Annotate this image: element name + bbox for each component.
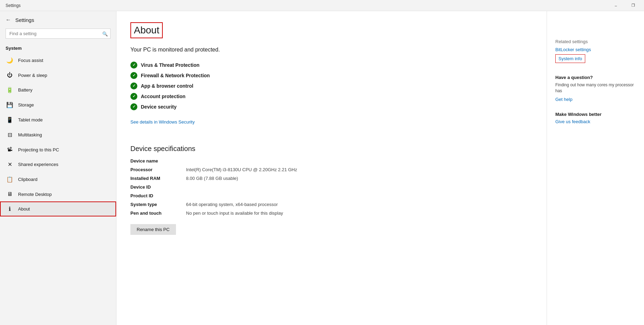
protection-item-firewall: ✓ Firewall & Network Protection [130,70,533,81]
main-content: About Your PC is monitored and protected… [116,11,547,325]
protection-item-account: ✓ Account protection [130,91,533,102]
storage-icon: 💾 [6,102,13,108]
sidebar-item-label: Multitasking [18,132,42,137]
feedback-link[interactable]: Give us feedback [555,119,636,124]
focus-assist-icon: 🌙 [6,57,13,64]
sidebar-item-label: Clipboard [18,177,38,182]
spec-label-device-id: Device ID [130,184,186,190]
sidebar-item-multitasking[interactable]: ⊟ Multitasking [0,127,116,142]
system-info-link[interactable]: System info [555,54,585,63]
sidebar-item-label: Tablet mode [18,117,43,122]
protection-item-label: App & browser control [141,83,193,89]
check-icon-browser: ✓ [130,82,137,89]
battery-icon: 🔋 [6,87,13,93]
spec-value-product-id [186,193,533,198]
search-input[interactable] [6,29,111,39]
window-controls: – ❐ [608,0,641,11]
check-icon-device-security: ✓ [130,103,137,110]
sidebar-top: ← Settings [0,11,116,26]
about-icon: ℹ [6,206,13,212]
power-sleep-icon: ⏻ [6,72,13,78]
protection-status-text: Your PC is monitored and protected. [130,47,533,53]
spec-value-device-name [186,158,533,164]
minimize-button[interactable]: – [608,0,624,11]
protection-item-label: Virus & Threat Protection [141,62,200,68]
make-windows-section: Make Windows better Give us feedback [555,112,636,124]
spec-label-system-type: System type [130,202,186,207]
sidebar-item-shared-experiences[interactable]: ✕ Shared experiences [0,157,116,172]
sidebar-item-projecting[interactable]: 📽 Projecting to this PC [0,142,116,157]
related-settings-heading: Related settings [555,39,636,44]
windows-security-link[interactable]: See details in Windows Security [130,119,195,125]
sidebar-item-clipboard[interactable]: 📋 Clipboard [0,172,116,187]
specs-table: Device name Processor Intel(R) Core(TM) … [130,158,533,216]
rename-pc-button[interactable]: Rename this PC [130,224,176,235]
sidebar-section-label: System [0,41,116,53]
protection-item-virus: ✓ Virus & Threat Protection [130,60,533,70]
sidebar-item-label: Battery [18,87,32,93]
get-help-link[interactable]: Get help [555,97,636,102]
sidebar-item-label: Power & sleep [18,73,47,78]
sidebar-item-power-sleep[interactable]: ⏻ Power & sleep [0,68,116,82]
protection-list: ✓ Virus & Threat Protection ✓ Firewall &… [130,60,533,112]
spec-label-ram: Installed RAM [130,176,186,181]
shared-experiences-icon: ✕ [6,161,13,168]
sidebar-item-remote-desktop[interactable]: 🖥 Remote Desktop [0,187,116,201]
sidebar-app-title: Settings [15,17,34,23]
have-question-heading: Have a question? [555,75,636,80]
check-icon-virus: ✓ [130,62,137,69]
protection-item-browser: ✓ App & browser control [130,81,533,91]
related-settings-section: Related settings BitLocker settings Syst… [555,39,636,65]
sidebar-item-label: Projecting to this PC [18,147,59,152]
restore-button[interactable]: ❐ [625,0,641,11]
sidebar: ← Settings 🔍 System 🌙 Focus assist ⏻ Pow… [0,11,116,325]
spec-value-processor: Intel(R) Core(TM) i3-8130U CPU @ 2.20GHz… [186,167,533,172]
sidebar-item-label: Focus assist [18,58,43,63]
back-button[interactable]: ← [6,17,11,23]
right-panel: Related settings BitLocker settings Syst… [547,11,644,325]
protection-item-label: Firewall & Network Protection [141,73,210,78]
app-body: ← Settings 🔍 System 🌙 Focus assist ⏻ Pow… [0,11,644,325]
sidebar-item-battery[interactable]: 🔋 Battery [0,82,116,97]
page-title: About [130,22,163,38]
sidebar-item-label: Shared experiences [18,162,58,167]
sidebar-item-label: Remote Desktop [18,192,52,197]
device-specs-title: Device specifications [130,145,533,153]
have-question-section: Have a question? Finding out how many co… [555,75,636,102]
sidebar-item-label: About [18,206,30,212]
check-icon-firewall: ✓ [130,72,137,79]
sidebar-item-storage[interactable]: 💾 Storage [0,97,116,112]
spec-value-system-type: 64-bit operating system, x64-based proce… [186,202,533,207]
clipboard-icon: 📋 [6,176,13,183]
app-title: Settings [6,3,21,8]
spec-label-product-id: Product ID [130,193,186,198]
spec-label-processor: Processor [130,167,186,172]
check-icon-account: ✓ [130,93,137,100]
search-box: 🔍 [6,29,111,39]
spec-label-pen-touch: Pen and touch [130,211,186,216]
multitasking-icon: ⊟ [6,132,13,138]
bitlocker-link[interactable]: BitLocker settings [555,47,636,52]
spec-value-device-id [186,184,533,190]
sidebar-item-about[interactable]: ℹ About [0,201,116,216]
tablet-mode-icon: 📱 [6,117,13,123]
remote-desktop-icon: 🖥 [6,191,13,197]
spec-value-ram: 8.00 GB (7.88 GB usable) [186,176,533,181]
make-windows-heading: Make Windows better [555,112,636,117]
question-subtext: Finding out how many cores my processor … [555,82,636,94]
sidebar-item-label: Storage [18,102,34,108]
search-icon: 🔍 [102,31,108,36]
titlebar: Settings – ❐ [0,0,644,11]
protection-item-device-security: ✓ Device security [130,102,533,112]
sidebar-item-tablet-mode[interactable]: 📱 Tablet mode [0,112,116,127]
protection-item-label: Account protection [141,94,185,99]
spec-label-device-name: Device name [130,158,186,164]
spec-value-pen-touch: No pen or touch input is available for t… [186,211,533,216]
protection-item-label: Device security [141,104,177,110]
projecting-icon: 📽 [6,146,13,153]
sidebar-item-focus-assist[interactable]: 🌙 Focus assist [0,53,116,68]
